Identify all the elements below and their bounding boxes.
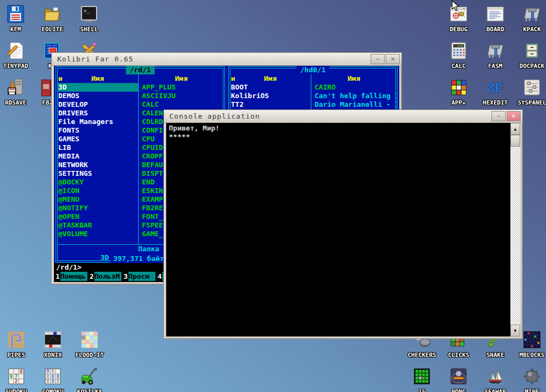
pong-icon [449,367,468,386]
desktop-icon-flood-it[interactable]: FLOOD-IT [70,330,109,359]
desktop-icon-calc[interactable]: 1379CALC [439,41,478,70]
desktop-icon-seawar[interactable]: SEAWAR [476,367,515,392]
desktop-icon-docpack[interactable]: DOCPACK [513,41,546,70]
function-key-3[interactable]: 3Просм [123,272,155,281]
file-item[interactable]: @VOLUME [57,230,138,238]
rdsave-icon [6,78,25,97]
right-panel-path-tab[interactable]: /hd0/1 [297,66,330,74]
desktop-icon-fifteen[interactable]: 15 [402,367,441,392]
svg-text:X: X [46,379,49,384]
far-titlebar[interactable]: Kolibri Far 0.65 – ✕ [52,53,401,66]
file-item[interactable]: BOOT [230,83,311,92]
desktop-icon-debug[interactable]: DEBUG [439,4,478,33]
minimize-button[interactable]: – [371,54,385,64]
desktop-icon-kosilka[interactable]: KOSILKA [70,367,109,392]
close-button[interactable]: ✕ [507,111,521,121]
desktop-icon-label: BOARD [476,26,515,33]
file-item[interactable]: SETTINGS [57,169,138,178]
file-item[interactable]: @ICON [57,187,138,195]
desktop-icon-label: CLICKS [439,352,478,359]
function-key-label: Просм [128,272,155,281]
scrollbar-up-button[interactable]: ▲ [510,123,520,135]
close-button[interactable]: ✕ [386,54,400,64]
desktop-icon-syspanel[interactable]: SYSPANEL [513,78,546,106]
desktop-icon-mine[interactable]: MINE [513,367,546,392]
file-item[interactable]: @MENU [57,195,138,204]
desktop-icon-fasm[interactable]: FASM [476,41,515,70]
file-item[interactable]: CALC [141,100,224,109]
function-key-1[interactable]: 1Помощь [55,272,87,281]
file-item[interactable]: MEDIA [57,152,138,161]
file-item[interactable]: CAIRO [313,83,397,92]
svg-text:2: 2 [15,379,17,384]
docpack-icon [522,41,542,60]
desktop-icon-label: 15 [402,388,441,392]
desktop-icon-app-plus[interactable]: APP+ [439,78,478,106]
file-item[interactable]: @DOCKY [57,178,138,187]
file-item[interactable]: 3D [57,83,138,92]
function-key-2[interactable]: 2ПользМ [89,272,121,281]
desktop-icon-tinypad[interactable]: TINYPAD [0,41,35,70]
status-file-name: 3D [100,253,109,262]
desktop-icon-label: MBLOCKS [513,352,546,359]
file-item[interactable]: APP_PLUS [141,83,224,92]
desktop-icon-label: SUDOKU [0,388,36,392]
hexedit-icon: 8F [486,78,505,97]
file-item[interactable]: @NOTIFY [57,204,138,212]
desktop-icon-label: SHELL [70,26,108,33]
console-titlebar[interactable]: Console application – ✕ [164,110,522,123]
sudoku-icon: 8972 [6,367,26,386]
minimize-button[interactable]: – [492,111,506,121]
file-item[interactable]: Can't help falling } [313,92,397,100]
column-divider [138,74,139,244]
app-plus-icon [449,78,468,97]
desktop-icon-shell[interactable]: >_SHELL [70,4,108,33]
file-item[interactable]: GAMES [57,135,138,143]
file-item[interactable]: LIB [57,143,138,152]
file-item[interactable]: NETWORK [57,161,138,169]
desktop-icon-label: DOCPACK [513,63,546,70]
file-item[interactable]: @TASKBAR [57,221,138,230]
desktop-icon-label: CHECKERS [402,352,441,359]
file-item[interactable]: TT2 [230,100,311,109]
flood-it-icon [80,330,99,349]
desktop-icon-sudoku[interactable]: 8972SUDOKU [0,367,36,392]
file-item[interactable]: DRIVERS [57,109,138,118]
seawar-icon [486,367,505,386]
desktop-icon-eolite[interactable]: EOLITE [33,4,72,33]
kosilka-icon [80,367,99,386]
desktop-icon-pong[interactable]: PONG [439,367,478,392]
desktop-icon-label: CALC [439,63,478,70]
scrollbar-thumb[interactable] [510,135,520,147]
file-item[interactable]: FONTS [57,126,138,135]
board-icon [486,4,505,24]
file-item[interactable]: @OPEN [57,212,138,221]
function-key-number: 4 [157,272,162,281]
desktop-icon-kpack[interactable]: KPACK [513,4,546,33]
file-item[interactable]: File Managers [57,118,138,126]
desktop-icon-board[interactable]: BOARD [476,4,515,33]
scrollbar-down-button[interactable]: ▼ [510,325,520,336]
desktop-icon-label: KOSILKA [70,388,109,392]
left-panel-path-tab[interactable]: /rd/1 [126,66,154,74]
file-item[interactable]: KolibriOS [230,92,311,100]
file-item[interactable]: Dario Marianelli - } [313,100,397,109]
desktop-icon-gomoku[interactable]: OXXOOXOXGOMOKU [33,367,72,392]
svg-text:8F: 8F [487,80,503,95]
desktop-icon-pipes[interactable]: PIPES [0,330,36,359]
svg-text:9: 9 [10,374,12,379]
file-item[interactable]: ASCIIVJU [141,92,224,100]
console-window-title: Console application [169,112,490,120]
desktop-icon-label: EOLITE [33,26,72,33]
desktop-icon-hexedit[interactable]: 8FHEXEDIT [476,78,515,106]
file-item[interactable]: DEVELOP [57,100,138,109]
kpack-icon [522,4,542,24]
column-header: Имя [58,74,137,83]
column-header: Имя [141,74,222,83]
desktop-icon-label: KFM [0,26,35,33]
desktop-icon-kfm[interactable]: KFM [0,4,35,33]
desktop-icon-xonix[interactable]: XONIX [33,330,72,359]
column-header: Имя [231,74,310,83]
scrollbar-track[interactable]: ▲ ▼ [510,123,520,336]
file-item[interactable]: DEMOS [57,92,138,100]
